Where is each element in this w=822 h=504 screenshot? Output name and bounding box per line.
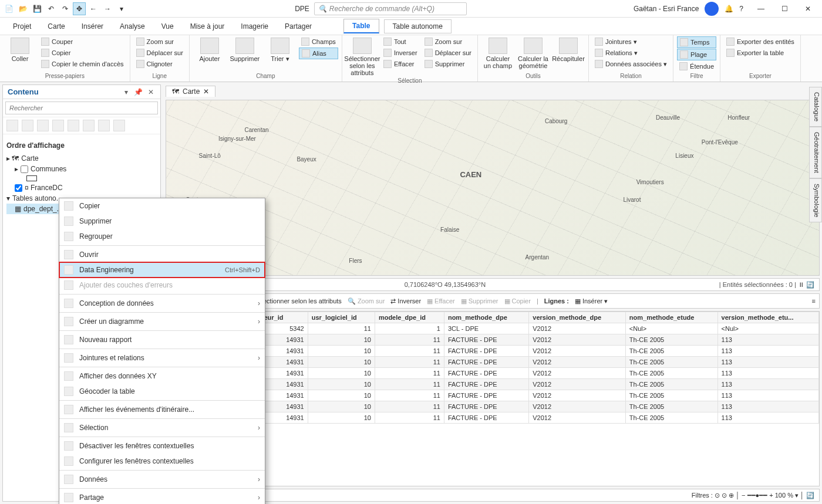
list-by-perf-icon[interactable] [98,120,110,131]
layer-symbol[interactable] [6,174,157,182]
tab-catalogue[interactable]: Catalogue [809,87,822,127]
clear-sel-button[interactable]: Effacer [381,59,420,69]
minimize-button[interactable]: — [749,1,773,17]
sort-button[interactable]: Trier ▾ [264,36,297,64]
help-icon[interactable]: ? [739,5,743,13]
context-tab-table-autonome[interactable]: Table autonome [384,19,452,33]
table-header[interactable]: nom_methode_etude [625,312,717,323]
menu-carte[interactable]: Carte [39,20,73,33]
ctx-afficher-les-v-nements-d-itin-raire-[interactable]: Afficher les événements d'itinéraire... [59,402,265,417]
menu-imagerie[interactable]: Imagerie [233,20,277,33]
close-button[interactable]: ✕ [796,1,820,17]
cut-button[interactable]: Couper [39,36,126,47]
delete[interactable]: ▦ Supprimer [461,297,498,305]
calc-field-button[interactable]: Calculer un champ [481,36,514,70]
ctx-nouveau-rapport[interactable]: Nouveau rapport [59,332,265,347]
ctx-regrouper[interactable]: Regrouper [59,229,265,244]
list-by-editing-icon[interactable] [52,120,64,131]
ctx-d-sactiver-les-fen-tres-contextuelles[interactable]: Désactiver les fenêtres contextuelles [59,438,265,454]
layer-communes[interactable]: ▸ Communes [6,164,157,174]
qat-redo-icon[interactable]: ↷ [59,2,72,15]
qat-undo-icon[interactable]: ↶ [45,2,58,15]
relations-button[interactable]: Relations ▾ [592,48,669,58]
qat-back-icon[interactable]: ← [87,2,100,15]
maximize-button[interactable]: ☐ [773,1,796,17]
close-icon[interactable]: ✕ [203,87,209,96]
fields-button[interactable]: Champs [299,36,338,47]
pan-to-button[interactable]: Déplacer sur [134,48,186,58]
ctx-g-ocoder-la-table[interactable]: Géocoder la table [59,384,265,399]
zoom-to-button[interactable]: Zoom sur [134,36,186,47]
menu-projet[interactable]: Projet [5,20,39,33]
dropdown-icon[interactable]: ▾ [123,88,130,96]
clear[interactable]: ▦ Effacer [427,297,455,305]
select-all-button[interactable]: Tout [381,36,420,47]
ctx-s-lection[interactable]: Sélection› [59,420,265,435]
map-tab[interactable]: 🗺 Carte ✕ [166,86,215,97]
alias-button[interactable]: Alias [299,48,338,59]
select-by-attr-button[interactable]: Sélectionner selon les attributs [346,36,379,77]
ctx-jointures-et-relations[interactable]: Jointures et relations› [59,350,265,366]
ctx-supprimer[interactable]: Supprimer [59,214,265,229]
close-icon[interactable]: ✕ [146,88,156,96]
copy[interactable]: ▦ Copier [504,297,531,305]
ctx-ouvrir[interactable]: Ouvrir [59,247,265,262]
ctx-copier[interactable]: Copier [59,198,265,214]
ctx-ajouter-des-couches-d-erreurs[interactable]: Ajouter des couches d'erreurs [59,278,265,293]
table-header[interactable]: modele_dpe_id [375,312,444,323]
invert-sel-button[interactable]: Inverser [381,48,420,58]
context-tab-table[interactable]: Table [343,19,379,33]
copy-path-button[interactable]: Copier le chemin d'accès [39,59,126,69]
switch-sel[interactable]: ⇄ Inverser [390,297,421,305]
notifications-icon[interactable]: 🔔 [725,5,733,13]
pan-sel-button[interactable]: Déplacer sur [422,48,474,58]
extent-filter-button[interactable]: Étendue [677,61,716,72]
menu-partager[interactable]: Partager [277,20,320,33]
qat-open-icon[interactable]: 📂 [16,2,29,15]
copy-button[interactable]: Copier [39,48,126,58]
map-node[interactable]: ▸ 🗺 Carte [6,153,157,164]
flash-button[interactable]: Clignoter [134,59,186,69]
list-by-drawing-icon[interactable] [6,120,18,131]
export-table-button[interactable]: Exporter la table [724,48,797,58]
list-by-selection-icon[interactable] [37,120,49,131]
menu-analyse[interactable]: Analyse [112,20,153,33]
ctx-conception-de-donn-es[interactable]: Conception de données› [59,296,265,311]
list-by-source-icon[interactable] [22,120,33,131]
add-field-button[interactable]: Ajouter [193,36,226,63]
list-by-snapping-icon[interactable] [68,120,79,131]
table-header[interactable]: nom_methode_dpe [444,312,528,323]
contents-search-input[interactable] [5,102,158,114]
tab-geotraitement[interactable]: Géotraitement [809,127,822,178]
ctx-data-engineering[interactable]: Data EngineeringCtrl+Shift+D [59,262,265,278]
qat-explore-icon[interactable]: ✥ [73,2,86,15]
list-more-icon[interactable] [113,120,125,131]
zoom-sel-button[interactable]: Zoom sur [422,36,474,47]
menu-inserer[interactable]: Insérer [73,20,112,33]
summarize-button[interactable]: Récapituler [552,36,585,63]
tab-symbologie[interactable]: Symbologie [809,178,822,222]
delete-sel-button[interactable]: Supprimer [422,59,474,69]
qat-more-icon[interactable]: ▾ [115,2,128,15]
qat-forward-icon[interactable]: → [101,2,114,15]
pin-icon[interactable]: 📌 [132,88,144,96]
avatar[interactable] [705,2,719,16]
command-search[interactable]: 🔍 Recherche de commande (Alt+Q) [314,2,467,15]
delete-field-button[interactable]: Supprimer [228,36,261,63]
related-data-button[interactable]: Données associées ▾ [592,59,669,69]
menu-maj[interactable]: Mise à jour [182,20,233,33]
ctx-configurer-les-fen-tres-contextuelles[interactable]: Configurer les fenêtres contextuelles [59,454,265,469]
table-header[interactable]: version_methode_dpe [529,312,626,323]
zoom-to[interactable]: 🔍 Zoom sur [348,297,385,305]
qat-new-icon[interactable]: 📄 [2,2,15,15]
table-header[interactable]: version_methode_etu... [717,312,818,323]
export-features-button[interactable]: Exporter des entités [724,36,797,47]
insert[interactable]: ▦ Insérer ▾ [575,297,608,305]
table-header[interactable]: usr_logiciel_id [308,312,375,323]
paste-button[interactable]: Coller [4,36,36,63]
layer-francedc[interactable]: ¤ FranceDC [6,182,157,193]
ctx-cr-er-un-diagramme[interactable]: Créer un diagramme› [59,314,265,329]
menu-vue[interactable]: Vue [153,20,182,33]
joins-button[interactable]: Jointures ▾ [592,36,669,47]
ctx-afficher-des-donn-es-xy[interactable]: Afficher des données XY [59,368,265,384]
